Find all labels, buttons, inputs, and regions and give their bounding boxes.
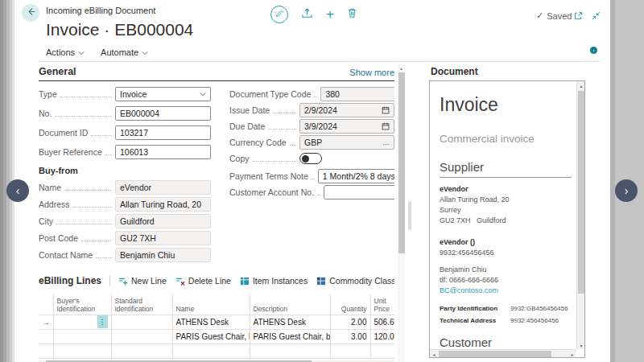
column-standard-identification[interactable]: Standard Identification [111, 294, 172, 315]
factbox-pane-scrollbar[interactable] [408, 201, 411, 230]
cell-empty[interactable] [250, 343, 330, 358]
scroll-left-icon[interactable]: ◂ [430, 350, 438, 358]
page-title: Invoice · EB000004 [46, 20, 193, 39]
cell-empty[interactable] [111, 343, 172, 358]
field-copy: Copy [229, 151, 394, 166]
cell-empty[interactable] [370, 343, 394, 358]
scroll-down-icon[interactable]: ▾ [577, 341, 585, 349]
cell-name[interactable]: PARIS Guest Chair, black [172, 329, 250, 343]
cell-empty[interactable] [172, 343, 250, 358]
address-field[interactable]: Allan Turing Road, 20 [115, 197, 211, 212]
document-type-code-value: 380 [325, 89, 394, 99]
scroll-up-icon[interactable]: ▴ [577, 81, 585, 89]
party-identification-label: Party Identification [440, 305, 510, 312]
field-payment-terms-note: Payment Terms Note 1 Month/2% 8 days [229, 169, 394, 183]
cell-menu-icon[interactable]: ⋮ [97, 315, 108, 328]
cell-buyers-identification[interactable]: ⋮ [53, 315, 111, 329]
payment-terms-note-input[interactable]: 1 Month/2% 8 days [318, 169, 394, 183]
cell-quantity[interactable]: 3.00 [330, 329, 370, 343]
row-selector[interactable] [39, 329, 53, 343]
row-selector[interactable] [39, 343, 53, 358]
commodity-classifications-button[interactable]: Commodity Classifications [316, 276, 394, 286]
document-vertical-scrollbar[interactable]: ▴ ▾ [576, 81, 584, 349]
next-record-button[interactable]: › [615, 179, 638, 202]
contact-name-value: Benjamin Chiu [120, 250, 206, 260]
column-unit-price[interactable]: Unit Price [370, 294, 394, 315]
doc-title: Invoice [440, 94, 572, 116]
cell-empty[interactable] [330, 343, 370, 358]
cell-standard-identification[interactable] [111, 315, 172, 329]
scroll-right-icon[interactable]: ▸ [568, 350, 576, 358]
dotted-leader [55, 116, 112, 117]
buyer-reference-input[interactable]: 106013 [115, 145, 211, 159]
column-description[interactable]: Description [250, 294, 330, 315]
dotted-leader [273, 113, 296, 113]
delete-line-button[interactable]: Delete Line [175, 276, 231, 286]
cell-buyers-identification[interactable] [53, 329, 111, 343]
collapse-icon [591, 10, 601, 24]
no-value: EB000004 [120, 109, 206, 118]
cell-standard-identification[interactable] [111, 329, 172, 343]
field-no: No. EB000004 [39, 106, 211, 121]
contact-email-link[interactable]: BC@contoso.com [440, 286, 572, 296]
currency-code-field[interactable]: GBP … [299, 135, 394, 150]
save-status-label: Saved [547, 11, 572, 21]
commodity-classifications-icon [316, 277, 326, 286]
cell-description[interactable]: PARIS Guest Chair, black [250, 329, 330, 343]
document-id-input[interactable]: 103217 [115, 125, 211, 140]
row-selector-header[interactable] [39, 294, 53, 315]
scroll-up-icon[interactable]: ▴ [398, 64, 405, 72]
column-name[interactable]: Name [172, 294, 250, 315]
new-document-button[interactable]: + [326, 9, 334, 20]
menu-automate-label: Automate [101, 47, 138, 57]
no-input[interactable]: EB000004 [115, 106, 211, 121]
info-dot-icon[interactable]: i [590, 47, 597, 54]
cell-unit-price[interactable]: 120.00 [370, 329, 394, 343]
dotted-leader [253, 161, 296, 162]
scrollbar-thumb[interactable] [398, 72, 405, 253]
scrollbar-thumb[interactable] [439, 351, 551, 357]
contact-name-line: Benjamin Chiu [440, 265, 572, 275]
open-in-new-window-button[interactable] [573, 10, 584, 24]
column-buyers-identification[interactable]: Buyer's Identification [53, 294, 111, 315]
edit-button[interactable] [270, 6, 288, 23]
document-horizontal-scrollbar[interactable]: ◂ ▸ [430, 349, 576, 357]
delete-button[interactable] [347, 7, 357, 22]
menu-actions[interactable]: Actions [46, 47, 85, 57]
general-section-header: General Show more [39, 66, 394, 81]
item-instances-button[interactable]: Item Instances [240, 276, 308, 286]
new-line-button[interactable]: New Line [118, 276, 167, 286]
city-field[interactable]: Guildford [115, 214, 211, 228]
cell-quantity[interactable]: 2.00 [330, 315, 370, 329]
issue-date-field[interactable]: 2/9/2024 [299, 103, 394, 117]
column-quantity[interactable]: Quantity [330, 294, 370, 315]
dotted-leader [56, 224, 112, 224]
due-date-field[interactable]: 3/9/2024 [299, 119, 394, 134]
save-status: ✓ Saved [536, 10, 572, 21]
active-row-indicator[interactable]: → [39, 315, 53, 329]
supplier-address-line: GU2 7XH Guildford [440, 216, 572, 226]
previous-record-button[interactable]: ‹ [6, 179, 29, 202]
scrollbar-thumb[interactable] [578, 91, 584, 294]
contact-name-field[interactable]: Benjamin Chiu [115, 248, 211, 262]
form-vertical-scrollbar[interactable]: ▴ [398, 64, 405, 362]
cell-description[interactable]: ATHENS Desk [250, 315, 330, 329]
cell-empty[interactable] [53, 343, 111, 358]
type-combobox[interactable]: Invoice [115, 87, 211, 101]
due-date-value: 3/9/2024 [304, 121, 379, 131]
assist-edit-icon[interactable]: … [382, 138, 390, 146]
collapse-button[interactable] [591, 10, 601, 24]
currency-code-value: GBP [304, 138, 380, 147]
back-button[interactable] [22, 4, 39, 22]
breadcrumb[interactable]: Incoming eBilling Document [46, 6, 155, 15]
cell-name[interactable]: ATHENS Desk [172, 315, 250, 329]
show-more-link[interactable]: Show more [349, 68, 394, 77]
customer-account-no-input[interactable] [324, 185, 394, 200]
post-code-field[interactable]: GU2 7XH [115, 231, 211, 245]
share-button[interactable] [301, 7, 313, 23]
name-field[interactable]: eVendor [115, 180, 211, 195]
cell-unit-price[interactable]: 506.60 [370, 315, 394, 329]
menu-automate[interactable]: Automate [101, 47, 148, 57]
document-type-code-field[interactable]: 380 … [320, 87, 394, 101]
copy-toggle[interactable] [299, 153, 322, 164]
